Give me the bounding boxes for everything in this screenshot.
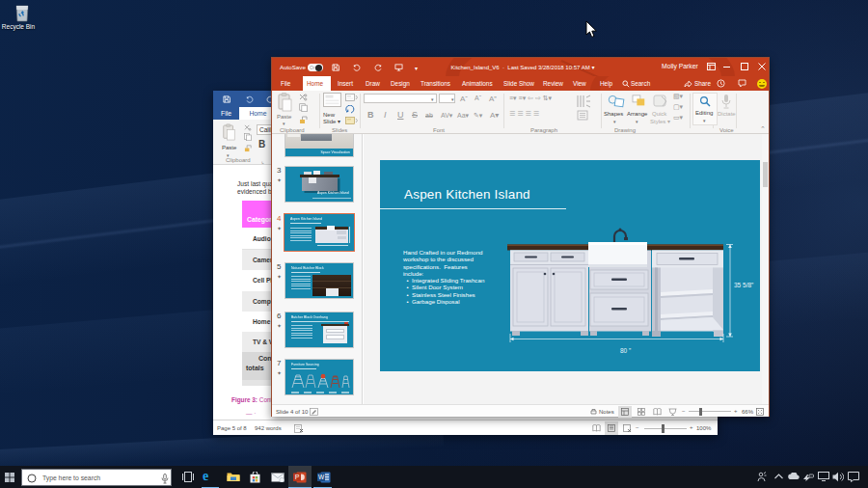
svg-text:W: W <box>318 474 325 480</box>
svg-text:P: P <box>295 474 300 480</box>
